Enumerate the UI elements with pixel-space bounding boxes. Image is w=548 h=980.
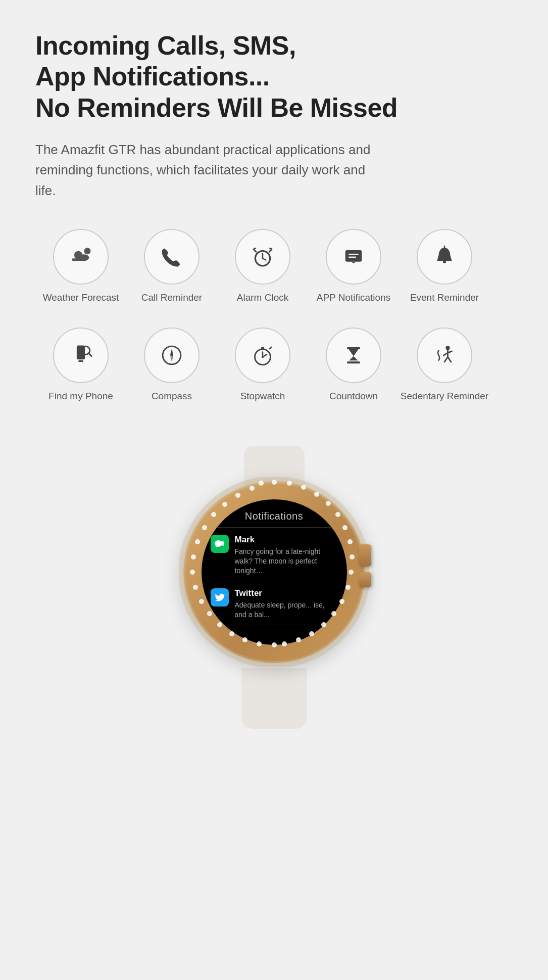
weather-forecast-icon-circle — [53, 229, 109, 285]
cloud-sun-icon — [68, 244, 94, 270]
svg-point-55 — [242, 637, 247, 642]
svg-point-44 — [350, 554, 355, 559]
event-reminder-icon-circle — [417, 229, 472, 285]
svg-marker-10 — [351, 262, 356, 263]
svg-point-59 — [199, 599, 204, 604]
svg-point-67 — [235, 493, 240, 498]
bezel-diamonds — [179, 477, 369, 667]
svg-point-68 — [250, 486, 255, 491]
find-my-phone-icon-circle — [53, 328, 109, 383]
svg-point-64 — [202, 525, 207, 530]
svg-rect-7 — [345, 250, 362, 262]
find-phone-icon — [68, 342, 94, 368]
feature-app-notifications: APP Notifications — [308, 229, 399, 304]
svg-point-60 — [193, 585, 198, 590]
watch-crown-upper — [359, 544, 371, 567]
svg-point-47 — [339, 599, 344, 604]
feature-stopwatch: Stopwatch — [217, 328, 308, 403]
bell-icon — [431, 244, 458, 270]
icon-row-1: Weather Forecast Call Reminder — [35, 229, 513, 322]
alarm-clock-label: Alarm Clock — [237, 292, 288, 304]
headline-line1: Incoming Calls, SMS, — [35, 31, 296, 60]
feature-find-my-phone: Find my Phone — [35, 328, 126, 403]
svg-point-38 — [301, 485, 306, 490]
watch-crown-lower — [359, 572, 371, 587]
headline-line3: No Reminders Will Be Missed — [35, 93, 397, 122]
svg-point-56 — [229, 631, 234, 636]
svg-point-2 — [79, 254, 89, 261]
svg-point-53 — [272, 642, 277, 647]
svg-point-20 — [171, 354, 173, 356]
event-reminder-label: Event Reminder — [410, 292, 479, 304]
svg-point-43 — [347, 539, 353, 544]
svg-point-69 — [259, 481, 264, 486]
svg-point-54 — [257, 641, 262, 646]
alarm-clock-icon — [250, 244, 276, 270]
band-bottom — [241, 668, 307, 729]
svg-point-40 — [326, 501, 331, 506]
svg-point-48 — [331, 611, 336, 616]
svg-point-66 — [222, 502, 227, 507]
feature-alarm-clock: Alarm Clock — [217, 229, 308, 304]
svg-point-35 — [182, 480, 367, 665]
svg-rect-11 — [443, 261, 446, 263]
svg-line-26 — [270, 347, 272, 348]
feature-sedentary-reminder: Sedentary Reminder — [399, 328, 490, 403]
find-my-phone-label: Find my Phone — [48, 390, 113, 403]
icon-row-2: Find my Phone Compass — [35, 328, 513, 421]
svg-point-46 — [345, 585, 351, 590]
page: Incoming Calls, SMS, App Notifications..… — [0, 0, 548, 769]
notification-icon — [340, 244, 367, 270]
watch-display: Notifications Mark Fancy going for — [168, 446, 380, 729]
countdown-label: Countdown — [329, 390, 378, 403]
stopwatch-label: Stopwatch — [240, 390, 285, 403]
svg-point-41 — [335, 512, 340, 517]
countdown-icon-circle — [326, 328, 381, 383]
svg-point-51 — [296, 637, 301, 642]
svg-point-65 — [211, 512, 216, 517]
svg-point-49 — [321, 622, 326, 627]
feature-weather-forecast: Weather Forecast — [35, 229, 126, 304]
compass-icon-circle — [144, 328, 200, 383]
feature-countdown: Countdown — [308, 328, 399, 403]
feature-call-reminder: Call Reminder — [126, 229, 217, 304]
headline: Incoming Calls, SMS, App Notifications..… — [35, 30, 513, 123]
svg-line-31 — [444, 357, 448, 362]
svg-point-42 — [342, 525, 347, 530]
headline-line2: App Notifications... — [35, 62, 270, 91]
feature-compass: Compass — [126, 328, 217, 403]
call-reminder-icon-circle — [144, 229, 200, 285]
alarm-clock-icon-circle — [235, 229, 290, 285]
svg-rect-24 — [261, 347, 265, 349]
svg-point-62 — [191, 554, 196, 559]
svg-point-39 — [314, 492, 319, 497]
svg-rect-14 — [78, 360, 83, 361]
svg-point-52 — [282, 641, 287, 646]
stopwatch-icon — [250, 342, 276, 368]
svg-point-37 — [287, 481, 292, 486]
compass-icon — [159, 342, 185, 368]
hourglass-icon — [340, 342, 367, 368]
svg-line-16 — [88, 353, 91, 356]
app-notifications-icon-circle — [326, 229, 381, 285]
svg-point-63 — [195, 539, 200, 544]
svg-point-45 — [348, 570, 354, 575]
compass-label: Compass — [152, 390, 192, 403]
svg-line-32 — [448, 357, 452, 362]
sedentary-icon — [431, 342, 458, 368]
phone-icon — [159, 244, 185, 270]
watch-case: Notifications Mark Fancy going for — [183, 481, 365, 663]
sedentary-reminder-icon-circle — [417, 328, 472, 383]
watch-section: Notifications Mark Fancy going for — [35, 446, 513, 729]
svg-point-3 — [84, 248, 91, 254]
svg-point-25 — [262, 356, 264, 358]
svg-point-58 — [207, 611, 212, 616]
svg-point-50 — [309, 631, 314, 636]
svg-line-6 — [263, 258, 266, 260]
subtext: The Amazfit GTR has abundant practical a… — [35, 139, 389, 201]
feature-event-reminder: Event Reminder — [399, 229, 490, 304]
sedentary-reminder-label: Sedentary Reminder — [401, 390, 488, 403]
stopwatch-icon-circle — [235, 328, 290, 383]
svg-point-61 — [190, 570, 195, 575]
svg-point-36 — [272, 480, 277, 485]
